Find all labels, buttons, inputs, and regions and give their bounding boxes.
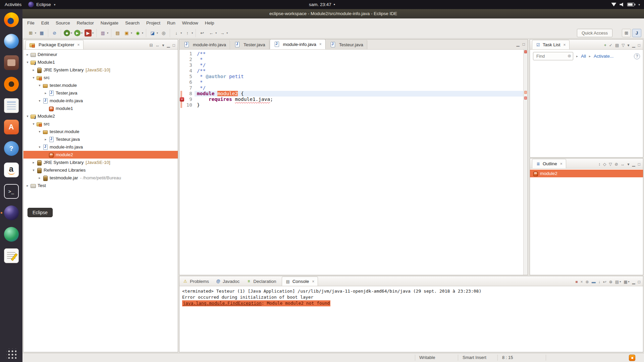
overview-ruler[interactable]	[523, 50, 528, 275]
tree-item[interactable]: ▸testmodule.jar- /home/petit/Bureau	[23, 174, 178, 182]
error-gutter-icon[interactable]: ×	[180, 97, 184, 102]
tab-package-explorer[interactable]: Package Explorer ×	[25, 40, 84, 49]
hide-static-members-icon[interactable]: ▽	[609, 162, 612, 166]
close-console-icon[interactable]: ×	[581, 280, 583, 284]
dock-item-photos[interactable]	[3, 76, 19, 92]
view-menu-icon[interactable]: ▾	[162, 43, 164, 47]
menu-file[interactable]: File	[24, 19, 38, 26]
filter-icon[interactable]: ▽	[622, 43, 625, 47]
editor-tab[interactable]: module-info.java	[180, 40, 230, 49]
menu-window[interactable]: Window	[179, 19, 202, 26]
tree-item[interactable]: ▾Module1	[23, 58, 178, 66]
close-icon[interactable]: ×	[319, 42, 322, 47]
code-line[interactable]: 2 *	[179, 57, 528, 62]
dock-item-text-editor[interactable]	[3, 248, 19, 264]
back-icon[interactable]: ←▾	[207, 29, 217, 37]
java-perspective-icon[interactable]: J	[632, 29, 641, 37]
scope-all-link[interactable]: All	[581, 54, 586, 59]
tree-expand-icon[interactable]: ▸	[43, 137, 48, 141]
dock-item-web-browser[interactable]	[3, 33, 19, 49]
clear-console-icon[interactable]: ▬	[592, 280, 596, 284]
menu-refactor[interactable]: Refactor	[73, 19, 97, 26]
remove-all-terminated-icon[interactable]: ⊗	[586, 280, 589, 284]
menu-navigate[interactable]: Navigate	[97, 19, 122, 26]
save-icon[interactable]: ▦	[38, 29, 46, 37]
view-menu-icon[interactable]: ▾	[627, 162, 629, 166]
show-applications-icon[interactable]	[6, 349, 16, 359]
next-annotation-icon[interactable]: ↓▾	[172, 29, 182, 37]
tree-item[interactable]: module2	[23, 151, 178, 159]
tree-item[interactable]: ▾module-info.java	[23, 97, 178, 105]
tree-item[interactable]: ▾testeur.module	[23, 128, 178, 135]
close-icon[interactable]: ×	[77, 43, 80, 47]
dock-item-documents[interactable]	[3, 98, 19, 114]
forward-icon[interactable]: →▾	[218, 29, 228, 37]
dock-item-files[interactable]	[3, 55, 19, 71]
dock-item-terminal[interactable]	[3, 183, 19, 199]
notification-icon[interactable]	[629, 355, 635, 361]
hide-fields-icon[interactable]: ◇	[603, 162, 606, 166]
console-output[interactable]: <terminated> Testeur (1) [Java Applicati…	[179, 286, 643, 352]
tab-console[interactable]: ▤Console×	[282, 277, 318, 286]
tree-expand-icon[interactable]: ▾	[37, 130, 42, 133]
tree-expand-icon[interactable]: ▸	[31, 161, 36, 164]
code-line[interactable]: 1/**	[179, 51, 528, 57]
tab-outline[interactable]: ≣ Outline ×	[532, 159, 566, 168]
pin-console-icon[interactable]: ⊕	[609, 280, 612, 284]
open-perspective-icon[interactable]: ⊞	[622, 29, 631, 37]
view-menu-icon[interactable]: ▾	[627, 43, 629, 47]
tree-item[interactable]: module1	[23, 105, 178, 112]
scroll-lock-icon[interactable]: ↓	[598, 280, 600, 284]
code-line[interactable]: 7 */	[179, 85, 528, 91]
dock-item-help[interactable]	[3, 140, 19, 157]
tree-expand-icon[interactable]: ▾	[25, 114, 30, 118]
new-package-icon[interactable]: ▣▾	[122, 29, 133, 37]
tree-expand-icon[interactable]: ▸	[31, 68, 36, 72]
minimize-icon[interactable]: ▁	[632, 43, 635, 47]
code-editor[interactable]: 1/**2 * 3 */4/**5 * @author petit6 *7 */…	[179, 50, 528, 275]
code-line[interactable]: ×9 requires module1.java;	[179, 97, 528, 102]
link-with-editor-icon[interactable]: ↔	[621, 162, 625, 166]
display-selected-console-icon[interactable]: ▤▾	[615, 280, 621, 284]
maximize-icon[interactable]: □	[523, 42, 525, 46]
find-input[interactable]	[533, 52, 573, 60]
sort-icon[interactable]: ↕	[598, 162, 600, 166]
tree-item[interactable]: ▾module-info.java	[23, 143, 178, 151]
code-line[interactable]: 6 *	[179, 79, 528, 85]
search-icon[interactable]: ◎	[159, 29, 168, 37]
dock-item-eclipse[interactable]	[3, 205, 19, 221]
menu-search[interactable]: Search	[122, 19, 143, 26]
tree-expand-icon[interactable]: ▸	[37, 176, 42, 180]
editor-tab[interactable]: Tester.java	[230, 40, 269, 49]
maximize-icon[interactable]: □	[638, 280, 640, 284]
tree-item[interactable]: ▸Test	[23, 182, 178, 189]
maximize-icon[interactable]: □	[638, 162, 640, 166]
dock-item-ubuntu-software[interactable]	[3, 119, 19, 135]
help-icon[interactable]: ?	[634, 53, 640, 59]
new-task-icon[interactable]: +	[604, 43, 606, 47]
minimize-icon[interactable]: ▁	[167, 43, 170, 47]
system-tray[interactable]: ▾	[611, 3, 640, 7]
tree-expand-icon[interactable]: ▾	[37, 99, 42, 103]
tree-item[interactable]: ▾src	[23, 74, 178, 81]
error-marker-icon[interactable]	[524, 97, 527, 100]
tree-expand-icon[interactable]: ▾	[25, 60, 30, 64]
tree-expand-icon[interactable]: ▸	[25, 53, 30, 56]
previous-annotation-icon[interactable]: ↑▾	[183, 29, 194, 37]
window-titlebar[interactable]: eclipse-workspace - Module2/src/module-i…	[22, 9, 644, 18]
tree-expand-icon[interactable]: ▸	[25, 184, 30, 187]
menu-project[interactable]: Project	[143, 19, 164, 26]
tree-expand-icon[interactable]: ▾	[37, 83, 42, 87]
clear-search-icon[interactable]: ⊗	[568, 53, 571, 58]
mark-complete-icon[interactable]: ✓	[609, 43, 612, 47]
tree-item[interactable]: ▾Module2	[23, 112, 178, 120]
run-external-tools-icon[interactable]: ▶▾	[84, 29, 94, 37]
minimize-icon[interactable]: ▁	[517, 42, 520, 46]
tree-item[interactable]: ▸JRE System Library[JavaSE-10]	[23, 159, 178, 166]
tree-item[interactable]: ▾src	[23, 120, 178, 128]
tree-item[interactable]: ▸Tester.java	[23, 89, 178, 97]
occurrence-marker-icon[interactable]	[524, 91, 527, 94]
stop-icon[interactable]: ■	[575, 280, 578, 284]
categorized-icon[interactable]: ▤	[615, 43, 619, 47]
maximize-icon[interactable]: □	[173, 43, 175, 47]
